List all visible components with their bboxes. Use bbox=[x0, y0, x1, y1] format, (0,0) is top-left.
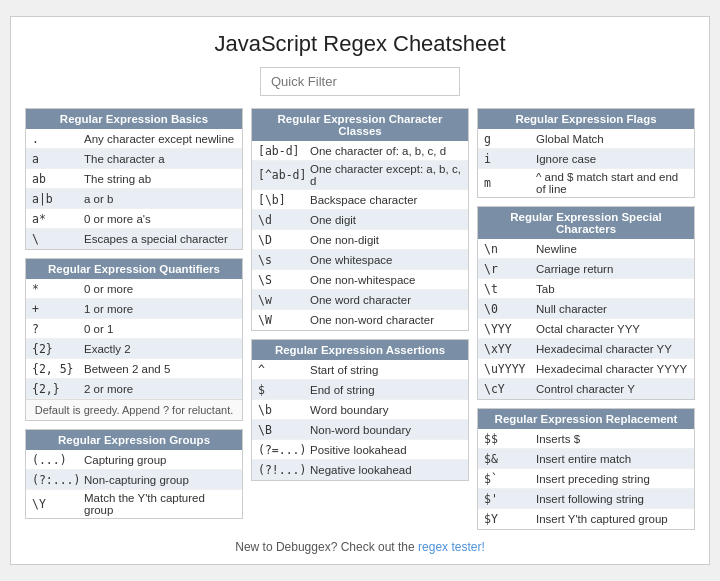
desc: Carriage return bbox=[536, 263, 613, 275]
desc: Null character bbox=[536, 303, 607, 315]
row: \0Null character bbox=[478, 299, 694, 319]
row: iIgnore case bbox=[478, 149, 694, 169]
desc: Insert Y'th captured group bbox=[536, 513, 668, 525]
regex-tester-link[interactable]: regex tester! bbox=[418, 540, 485, 554]
section-special-header: Regular Expression Special Characters bbox=[478, 207, 694, 239]
row: {2,}2 or more bbox=[26, 379, 242, 399]
footer-text: New to Debuggex? Check out the bbox=[235, 540, 418, 554]
section-quantifiers-header: Regular Expression Quantifiers bbox=[26, 259, 242, 279]
code: $Y bbox=[484, 512, 536, 526]
section-special-body: \nNewline \rCarriage return \tTab \0Null… bbox=[478, 239, 694, 399]
columns-layout: Regular Expression Basics .Any character… bbox=[25, 108, 695, 530]
section-classes-body: [ab-d]One character of: a, b, c, d [^ab-… bbox=[252, 141, 468, 330]
desc: One character except: a, b, c, d bbox=[310, 163, 462, 187]
row: .Any character except newline bbox=[26, 129, 242, 149]
desc: Between 2 and 5 bbox=[84, 363, 170, 375]
desc: Negative lookahead bbox=[310, 464, 412, 476]
main-container: JavaScript Regex Cheatsheet Regular Expr… bbox=[10, 16, 710, 565]
row: gGlobal Match bbox=[478, 129, 694, 149]
desc: 1 or more bbox=[84, 303, 133, 315]
desc: Hexadecimal character YY bbox=[536, 343, 672, 355]
code: [ab-d] bbox=[258, 144, 310, 158]
row: \dOne digit bbox=[252, 210, 468, 230]
code: * bbox=[32, 282, 84, 296]
section-classes-header: Regular Expression Character Classes bbox=[252, 109, 468, 141]
desc: a or b bbox=[84, 193, 113, 205]
desc: Backspace character bbox=[310, 194, 417, 206]
code: \YYY bbox=[484, 322, 536, 336]
desc: Capturing group bbox=[84, 454, 166, 466]
section-basics-body: .Any character except newline aThe chara… bbox=[26, 129, 242, 249]
row: a*0 or more a's bbox=[26, 209, 242, 229]
row: ^Start of string bbox=[252, 360, 468, 380]
footer: New to Debuggex? Check out the regex tes… bbox=[25, 540, 695, 554]
desc: Newline bbox=[536, 243, 577, 255]
row: \cYControl character Y bbox=[478, 379, 694, 399]
desc: Octal character YYY bbox=[536, 323, 640, 335]
desc: 2 or more bbox=[84, 383, 133, 395]
row: $$Inserts $ bbox=[478, 429, 694, 449]
row: \DOne non-digit bbox=[252, 230, 468, 250]
code: \xYY bbox=[484, 342, 536, 356]
desc: Insert preceding string bbox=[536, 473, 650, 485]
row: *0 or more bbox=[26, 279, 242, 299]
row: $YInsert Y'th captured group bbox=[478, 509, 694, 529]
row: [^ab-d]One character except: a, b, c, d bbox=[252, 161, 468, 190]
desc: Start of string bbox=[310, 364, 378, 376]
desc: Hexadecimal character YYYY bbox=[536, 363, 687, 375]
code: $& bbox=[484, 452, 536, 466]
code: [^ab-d] bbox=[258, 168, 310, 182]
code: + bbox=[32, 302, 84, 316]
row: $'Insert following string bbox=[478, 489, 694, 509]
row: {2}Exactly 2 bbox=[26, 339, 242, 359]
desc: One character of: a, b, c, d bbox=[310, 145, 446, 157]
row: (?!...)Negative lookahead bbox=[252, 460, 468, 480]
desc: 0 or more a's bbox=[84, 213, 151, 225]
code: {2,} bbox=[32, 382, 84, 396]
code: $' bbox=[484, 492, 536, 506]
desc: The character a bbox=[84, 153, 165, 165]
code: \t bbox=[484, 282, 536, 296]
row: \YMatch the Y'th captured group bbox=[26, 490, 242, 518]
row: (?:...)Non-capturing group bbox=[26, 470, 242, 490]
code: m bbox=[484, 176, 536, 190]
row: [\b]Backspace character bbox=[252, 190, 468, 210]
section-classes: Regular Expression Character Classes [ab… bbox=[251, 108, 469, 331]
code: $` bbox=[484, 472, 536, 486]
code: \S bbox=[258, 273, 310, 287]
section-assertions-header: Regular Expression Assertions bbox=[252, 340, 468, 360]
code: \B bbox=[258, 423, 310, 437]
desc: 0 or more bbox=[84, 283, 133, 295]
code: \W bbox=[258, 313, 310, 327]
desc: One non-whitespace bbox=[310, 274, 415, 286]
row: [ab-d]One character of: a, b, c, d bbox=[252, 141, 468, 161]
section-basics: Regular Expression Basics .Any character… bbox=[25, 108, 243, 250]
section-assertions-body: ^Start of string $End of string \bWord b… bbox=[252, 360, 468, 480]
row: \xYYHexadecimal character YY bbox=[478, 339, 694, 359]
row: \uYYYYHexadecimal character YYYY bbox=[478, 359, 694, 379]
desc: One digit bbox=[310, 214, 356, 226]
row: ?0 or 1 bbox=[26, 319, 242, 339]
code: (?=...) bbox=[258, 443, 310, 457]
section-special: Regular Expression Special Characters \n… bbox=[477, 206, 695, 400]
code: \n bbox=[484, 242, 536, 256]
section-flags-body: gGlobal Match iIgnore case m^ and $ matc… bbox=[478, 129, 694, 197]
desc: Inserts $ bbox=[536, 433, 580, 445]
section-quantifiers-body: *0 or more +1 or more ?0 or 1 {2}Exactly… bbox=[26, 279, 242, 420]
desc: Escapes a special character bbox=[84, 233, 228, 245]
quantifiers-note: Default is greedy. Append ? for reluctan… bbox=[26, 399, 242, 420]
desc: Non-capturing group bbox=[84, 474, 189, 486]
filter-container bbox=[25, 67, 695, 96]
section-assertions: Regular Expression Assertions ^Start of … bbox=[251, 339, 469, 481]
code: ? bbox=[32, 322, 84, 336]
row: \YYYOctal character YYY bbox=[478, 319, 694, 339]
row: $&Insert entire match bbox=[478, 449, 694, 469]
search-input[interactable] bbox=[260, 67, 460, 96]
desc: Insert entire match bbox=[536, 453, 631, 465]
row: a|ba or b bbox=[26, 189, 242, 209]
desc: One non-digit bbox=[310, 234, 379, 246]
section-quantifiers: Regular Expression Quantifiers *0 or mor… bbox=[25, 258, 243, 421]
row: $`Insert preceding string bbox=[478, 469, 694, 489]
section-flags-header: Regular Expression Flags bbox=[478, 109, 694, 129]
code: \uYYYY bbox=[484, 362, 536, 376]
